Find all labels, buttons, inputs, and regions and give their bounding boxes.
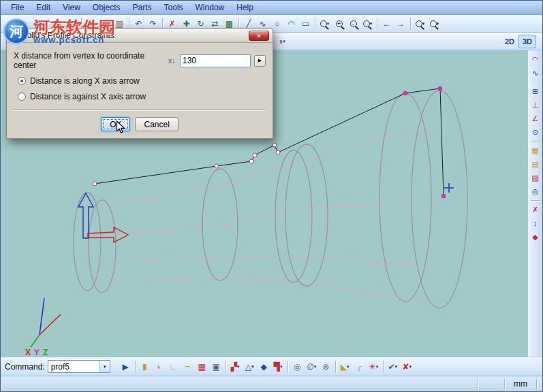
command-bar: Command: prof5 ▾ ▶▮◗∟¬▦▣▞▾△▾◆▜▾◎∅▾⊛◣▾╭☀▾… xyxy=(1,357,542,376)
menu-item-edit[interactable]: Edit xyxy=(30,1,57,14)
pan-right-icon[interactable]: → xyxy=(394,17,408,31)
list-icon[interactable]: ▤ xyxy=(529,158,542,170)
mouse-cursor xyxy=(116,120,126,135)
units-indicator: mm xyxy=(508,379,533,389)
pan-left-icon[interactable]: ← xyxy=(379,17,394,31)
menu-bar: FileEditViewObjectsPartsToolsWindowHelp xyxy=(1,1,542,15)
stamp-icon[interactable]: ▜▾ xyxy=(271,360,285,374)
menu-item-view[interactable]: View xyxy=(57,1,87,14)
render-icon[interactable]: ◑▾ xyxy=(275,35,289,48)
pattern-icon[interactable]: ▞▾ xyxy=(228,360,243,374)
dialog-title: Solid's Profile Constraints xyxy=(21,31,114,40)
diameter-icon[interactable]: ∅▾ xyxy=(305,360,319,374)
close-button[interactable]: ✕ xyxy=(249,31,269,41)
toolbar-right: ◠∿⊞⊥∠⊙▦▤▨◎✗↕◆ xyxy=(527,50,542,357)
toolbar-separator xyxy=(531,141,540,142)
distance-input[interactable] xyxy=(180,54,251,67)
reject-icon[interactable]: ✘▾ xyxy=(400,360,414,374)
zoom-window-icon[interactable]: ▾ xyxy=(317,17,332,31)
command-dropdown-button[interactable]: ▾ xyxy=(99,361,110,372)
toolbar-separator xyxy=(410,18,411,30)
zoom-extents-icon[interactable]: ▾ xyxy=(360,17,375,31)
toolbar-separator xyxy=(531,82,540,82)
radio-against-x-dot[interactable] xyxy=(18,93,26,101)
svg-text:Z: Z xyxy=(43,348,48,357)
toolbar-separator xyxy=(335,361,336,373)
dialog-body: X distance from vertex to coordinate cen… xyxy=(6,43,273,139)
menu-item-file[interactable]: File xyxy=(5,1,30,14)
profile-edit-icon[interactable]: ◠ xyxy=(529,53,542,65)
explode-icon[interactable]: ☀▾ xyxy=(367,360,381,374)
fit-view-icon[interactable]: ⊞ xyxy=(529,85,542,97)
command-combo[interactable]: prof5 ▾ xyxy=(48,360,110,373)
menu-item-objects[interactable]: Objects xyxy=(87,1,127,14)
param-table-icon[interactable]: ▦ xyxy=(529,144,542,157)
menu-item-parts[interactable]: Parts xyxy=(127,1,158,14)
zoom-previous-icon[interactable]: ▾ xyxy=(413,17,427,31)
menu-item-help[interactable]: Help xyxy=(230,1,260,14)
accept-icon[interactable]: ✔▾ xyxy=(386,360,400,374)
app-window: FileEditViewObjectsPartsToolsWindowHelp … xyxy=(0,0,543,392)
dialog-icon: ◪ xyxy=(11,31,18,40)
view-3d-button[interactable]: 3D xyxy=(518,35,536,48)
droplet-icon[interactable]: ◆ xyxy=(257,360,271,374)
status-divider xyxy=(478,379,478,389)
fillet-icon[interactable]: ╭ xyxy=(352,360,367,374)
feature-table-icon[interactable]: ▦ xyxy=(195,360,209,374)
toolbar-separator xyxy=(383,361,384,373)
x-distance-icon: x↓ xyxy=(167,56,176,65)
axis-constraint-icon[interactable]: ⊥ xyxy=(529,99,542,111)
run-command-icon[interactable]: ▶ xyxy=(119,360,133,374)
menu-item-tools[interactable]: Tools xyxy=(158,1,189,14)
radio-along-x[interactable]: Distance is along X axis arrow xyxy=(14,76,266,86)
toolbar-separator xyxy=(226,361,226,373)
gear-icon[interactable]: ⊛ xyxy=(319,360,333,374)
marker-icon[interactable]: ◆ xyxy=(529,231,542,243)
panel-icon[interactable]: ▣ xyxy=(209,360,223,374)
target-icon[interactable]: ◎ xyxy=(529,185,542,197)
expression-button[interactable]: ▶ xyxy=(254,55,266,67)
svg-text:X: X xyxy=(25,348,31,357)
status-divider xyxy=(536,379,537,389)
bend-icon[interactable]: ∟ xyxy=(166,360,181,374)
flange-icon[interactable]: ¬ xyxy=(181,360,195,374)
cancel-button[interactable]: Cancel xyxy=(135,117,178,131)
toolbar-separator xyxy=(377,18,377,30)
menu-item-window[interactable]: Window xyxy=(189,1,231,14)
vertex-snap-icon[interactable]: ⊙ xyxy=(529,126,542,138)
toolbar-separator xyxy=(288,361,288,373)
measure-icon[interactable]: ↕ xyxy=(529,217,542,229)
distance-field-label: X distance from vertex to coordinate cen… xyxy=(14,51,164,70)
zoom-realtime-icon[interactable]: ▾ xyxy=(427,17,441,31)
chamfer-icon[interactable]: ◣▾ xyxy=(338,360,352,374)
view-2d-button[interactable]: 2D xyxy=(501,35,518,48)
dialog-separator xyxy=(14,110,266,111)
hole-icon[interactable]: ◎ xyxy=(290,360,305,374)
dialog-title-bar[interactable]: ◪ Solid's Profile Constraints ✕ xyxy=(6,28,273,43)
command-value: prof5 xyxy=(48,362,99,372)
angle-constraint-icon[interactable]: ∠ xyxy=(529,112,542,125)
radio-against-x[interactable]: Distance is against X axis arrow xyxy=(14,92,266,101)
status-bar: mm xyxy=(1,376,542,391)
revolve-icon[interactable]: ◗ xyxy=(152,360,166,374)
hatch-icon[interactable]: ▨ xyxy=(529,172,542,184)
command-label: Command: xyxy=(5,362,45,372)
profile-constraints-dialog: ◪ Solid's Profile Constraints ✕ X distan… xyxy=(6,28,273,139)
rect-icon[interactable]: ▭ xyxy=(298,17,313,31)
arc-icon[interactable]: ◠ xyxy=(284,17,298,31)
toolbar-separator xyxy=(315,18,315,30)
pyramid-icon[interactable]: △▾ xyxy=(243,360,257,374)
toolbar-separator xyxy=(531,200,540,201)
svg-text:Y: Y xyxy=(34,348,40,357)
erase-icon[interactable]: ✗ xyxy=(529,203,542,216)
sweep-path-icon[interactable]: ∿ xyxy=(529,67,542,79)
status-divider xyxy=(504,379,505,389)
zoom-out-icon[interactable]: - xyxy=(346,17,360,31)
extrude-icon[interactable]: ▮ xyxy=(138,360,152,374)
zoom-in-icon[interactable]: + xyxy=(332,17,346,31)
radio-along-x-dot[interactable] xyxy=(18,77,26,85)
toolbar-separator xyxy=(135,361,136,373)
